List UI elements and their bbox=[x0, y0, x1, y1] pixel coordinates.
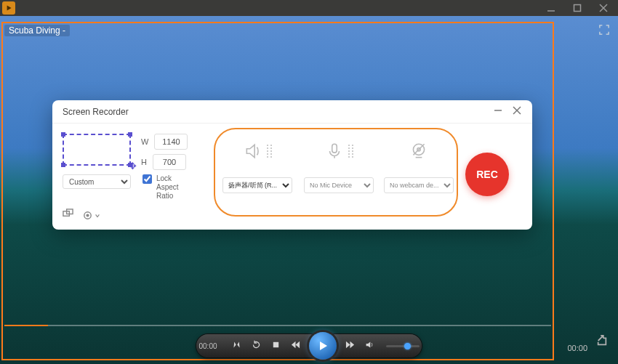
total-time: 00:00 bbox=[567, 344, 587, 352]
height-label: H bbox=[141, 158, 147, 166]
capture-preset-select[interactable]: Custom bbox=[63, 174, 131, 189]
level-bars-icon bbox=[267, 145, 272, 158]
svg-point-11 bbox=[87, 214, 89, 217]
svg-marker-19 bbox=[320, 341, 327, 350]
rotate-icon[interactable] bbox=[252, 339, 261, 352]
webcam-icon bbox=[409, 142, 428, 161]
fullscreen-icon[interactable] bbox=[599, 25, 609, 38]
rewind-button[interactable] bbox=[291, 339, 300, 352]
webcam-device: No webcam de... bbox=[381, 139, 457, 193]
progress-fill bbox=[4, 325, 48, 326]
webcam-select[interactable]: No webcam de... bbox=[384, 177, 454, 193]
close-button[interactable] bbox=[599, 4, 608, 12]
mic-device: No Mic Device bbox=[301, 139, 377, 193]
titlebar bbox=[0, 0, 618, 16]
fastforward-button[interactable] bbox=[345, 339, 355, 352]
volume-knob[interactable] bbox=[404, 343, 411, 349]
level-bars-icon bbox=[348, 145, 353, 158]
app-logo bbox=[2, 1, 15, 15]
svg-rect-16 bbox=[273, 342, 278, 347]
lock-aspect-checkbox[interactable]: Lock Aspect Ratio bbox=[143, 174, 189, 201]
mic-icon bbox=[325, 142, 344, 161]
lock-aspect-input[interactable] bbox=[143, 174, 152, 184]
height-input[interactable] bbox=[153, 154, 186, 170]
resize-handle-icon[interactable]: ✥ bbox=[129, 161, 137, 171]
multi-monitor-icon[interactable] bbox=[63, 209, 73, 222]
capture-area-preview[interactable]: ✥ bbox=[63, 134, 131, 166]
svg-marker-0 bbox=[7, 5, 12, 10]
speaker-device: 扬声器/听筒 (R... bbox=[220, 139, 295, 193]
dialog-minimize-button[interactable] bbox=[493, 105, 503, 118]
settings-gear-icon[interactable] bbox=[82, 210, 100, 221]
screen-recorder-dialog: Screen Recorder ✥ W H Custom bbox=[52, 100, 532, 230]
player-controls: 00:00 bbox=[0, 331, 618, 361]
video-player-area[interactable]: Scuba Diving - Screen Recorder ✥ W H bbox=[0, 16, 618, 364]
svg-marker-18 bbox=[295, 341, 300, 348]
minimize-button[interactable] bbox=[547, 4, 555, 12]
current-time: 00:00 bbox=[198, 342, 217, 350]
width-label: W bbox=[141, 137, 148, 146]
svg-rect-12 bbox=[332, 144, 337, 153]
play-button[interactable] bbox=[309, 332, 337, 360]
volume-slider[interactable] bbox=[386, 345, 420, 347]
maximize-button[interactable] bbox=[573, 4, 582, 12]
progress-bar[interactable] bbox=[4, 325, 551, 326]
snapshot-icon[interactable] bbox=[232, 339, 241, 352]
video-title: Scuba Diving - bbox=[4, 25, 70, 36]
volume-icon[interactable] bbox=[365, 339, 374, 352]
record-button[interactable]: REC bbox=[465, 153, 509, 196]
svg-marker-21 bbox=[350, 341, 354, 348]
stop-button[interactable] bbox=[271, 339, 281, 352]
devices-panel: 扬声器/听筒 (R... No Mic Device No webcam de.… bbox=[214, 128, 458, 217]
dialog-close-button[interactable] bbox=[512, 105, 522, 118]
speaker-icon bbox=[244, 142, 262, 161]
mic-select[interactable]: No Mic Device bbox=[304, 177, 374, 193]
svg-marker-17 bbox=[291, 341, 295, 348]
svg-rect-2 bbox=[574, 5, 581, 12]
svg-marker-20 bbox=[345, 341, 350, 348]
dialog-title: Screen Recorder bbox=[63, 107, 129, 117]
width-input[interactable] bbox=[154, 134, 188, 150]
speaker-select[interactable]: 扬声器/听筒 (R... bbox=[222, 177, 292, 193]
